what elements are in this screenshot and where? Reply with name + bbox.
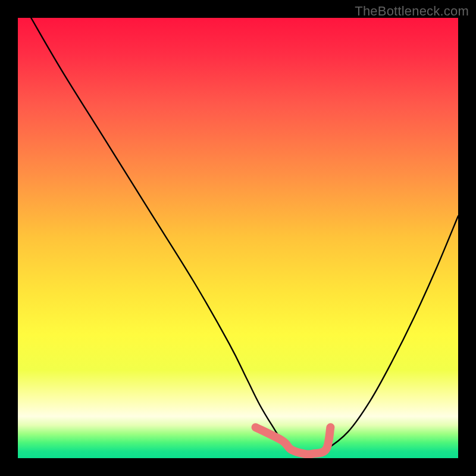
chart-frame: TheBottleneck.com <box>0 0 476 476</box>
gradient-background <box>18 18 458 458</box>
watermark-label: TheBottleneck.com <box>355 4 469 19</box>
bottleneck-chart <box>18 18 458 458</box>
plot-area <box>18 18 458 458</box>
